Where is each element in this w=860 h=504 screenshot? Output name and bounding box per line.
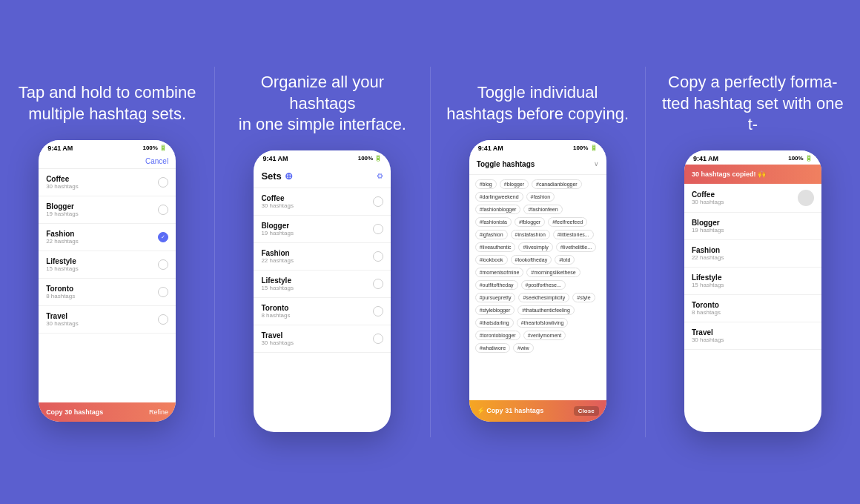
hashtag-tag[interactable]: #feelfreefeed xyxy=(548,217,587,227)
list-item[interactable]: Blogger19 hashtags xyxy=(254,216,391,243)
list-item[interactable]: Fashion22 hashtags ✓ xyxy=(39,224,176,251)
list-item[interactable]: Toronto8 hashtags xyxy=(684,295,821,322)
panel-toggle: Toggle individualhashtags before copying… xyxy=(431,0,645,504)
phone-mockup-1: 9:41 AM 100% 🔋 Cancel Coffee30 hashtags … xyxy=(39,140,176,422)
list-item[interactable]: Coffee30 hashtags xyxy=(684,184,821,213)
phone-mockup-2: 9:41 AM 100% 🔋 Sets ⊕ ⚙ Coffee30 hashtag… xyxy=(254,150,391,432)
list-item[interactable]: Travel30 hashtags xyxy=(684,322,821,350)
list-item[interactable]: Blogger19 hashtags xyxy=(39,196,176,224)
item-select-circle[interactable] xyxy=(158,314,168,325)
status-bar-4: 9:41 AM 100% 🔋 xyxy=(684,150,821,165)
hashtag-tag[interactable]: #wiw xyxy=(513,343,534,353)
panel-3-description: Toggle individualhashtags before copying… xyxy=(446,82,629,125)
panel-organize: Organize all your hashtagsin one simple … xyxy=(215,0,429,504)
panel-combine: Tap and hold to combinemultiple hashtag … xyxy=(0,0,214,504)
chevron-down-icon[interactable]: ∨ xyxy=(594,160,599,168)
toggle-header: Toggle hashtags ∨ xyxy=(469,154,606,175)
item-select-circle[interactable] xyxy=(158,259,168,270)
copy-label[interactable]: Copy 30 hashtags xyxy=(46,408,103,416)
hashtag-tag[interactable]: #morningslikethese xyxy=(526,268,580,277)
phone-mockup-3: 9:41 AM 100% 🔋 Toggle hashtags ∨ #blog #… xyxy=(469,140,606,422)
item-circle xyxy=(373,334,383,344)
hashtag-tag[interactable]: #blogger xyxy=(500,179,529,189)
hashtag-tag[interactable]: #outfitoftheday xyxy=(475,280,518,290)
hashtag-tag[interactable]: #instafashion xyxy=(511,230,550,239)
list-item[interactable]: Travel30 hashtags xyxy=(39,306,176,334)
list-item[interactable]: Lifestyle15 hashtags xyxy=(684,268,821,295)
list-item[interactable]: Coffee30 hashtags xyxy=(39,169,176,196)
list-item[interactable]: Fashion22 hashtags xyxy=(684,240,821,268)
item-select-circle[interactable] xyxy=(158,177,168,188)
refine-button[interactable]: Refine xyxy=(149,408,168,416)
hashtag-tag[interactable]: #pursuepretty xyxy=(475,293,516,302)
hashtag-tag[interactable]: #darlingweekend xyxy=(475,192,523,202)
hashtag-tag[interactable]: #momentsofmine xyxy=(475,268,524,277)
hashtag-grid: #blog #blogger #canadianblogger #darling… xyxy=(469,175,606,400)
hashtag-tag[interactable]: #lookbook xyxy=(475,255,508,265)
hashtag-tag[interactable]: #fblogger xyxy=(515,217,545,227)
status-icons-1: 100% 🔋 xyxy=(142,145,167,151)
hashtag-tag[interactable]: #livethelittle... xyxy=(556,242,596,252)
panel-4-description: Copy a perfectly forma-tted hashtag set … xyxy=(658,72,848,136)
item-circle xyxy=(373,251,383,262)
hashtag-tag[interactable]: #style xyxy=(572,293,595,302)
status-time-3: 9:41 AM xyxy=(478,145,503,152)
hashtag-tag[interactable]: #fashion xyxy=(526,192,555,202)
item-select-circle-selected[interactable]: ✓ xyxy=(158,232,168,242)
hashtag-tag[interactable]: #seekthesimplicity xyxy=(518,293,569,302)
hashtag-tag[interactable]: #theartofslowliving xyxy=(517,318,569,328)
hashtag-tag[interactable]: #fashionista xyxy=(475,217,512,227)
hashtag-tag[interactable]: #igfashion xyxy=(475,230,508,239)
hashtag-tag[interactable]: #verilymoment xyxy=(523,331,566,340)
status-bar-2: 9:41 AM 100% 🔋 xyxy=(254,150,391,165)
hashtag-tag[interactable]: #whatiwore xyxy=(475,343,510,353)
hashtag-tag[interactable]: #postforthese... xyxy=(521,280,566,290)
status-time-4: 9:41 AM xyxy=(693,155,718,162)
hashtag-tag[interactable]: #littlestories... xyxy=(553,230,594,239)
item-select-circle[interactable] xyxy=(158,205,168,215)
item-circle xyxy=(373,196,383,207)
hashtag-tag[interactable]: #thatsdarling xyxy=(475,318,514,328)
hashtag-tag[interactable]: #liveauthentic xyxy=(475,242,516,252)
hashtag-tag[interactable]: #blog xyxy=(475,179,497,189)
hashtag-tag[interactable]: #lookoftheday xyxy=(511,255,552,265)
status-icons-3: 100% 🔋 xyxy=(573,145,598,151)
settings-icon[interactable]: ⚙ xyxy=(377,172,383,180)
close-button[interactable]: Close xyxy=(574,406,599,416)
add-set-button[interactable]: ⊕ xyxy=(285,170,293,182)
phone-mockup-4: 9:41 AM 100% 🔋 30 hashtags copied! 🙌 Cof… xyxy=(684,150,821,432)
list-item[interactable]: Toronto8 hashtags xyxy=(39,279,176,306)
hashtag-tag[interactable]: #styleblogger xyxy=(475,305,515,315)
avatar xyxy=(798,190,814,206)
sets-header: Sets ⊕ ⚙ xyxy=(254,165,391,188)
hashtag-tag[interactable]: #torontoblogger xyxy=(475,331,520,340)
item-select-circle[interactable] xyxy=(158,287,168,297)
list-item[interactable]: Coffee30 hashtags xyxy=(254,188,391,216)
phone-content-1: Cancel Coffee30 hashtags Blogger19 hasht… xyxy=(39,154,176,402)
hashtag-tag[interactable]: #livesimply xyxy=(518,242,552,252)
item-circle xyxy=(373,279,383,289)
hashtag-tag[interactable]: #fashionblogger xyxy=(475,205,521,214)
status-time-2: 9:41 AM xyxy=(262,155,288,162)
status-icons-2: 100% 🔋 xyxy=(358,155,383,162)
hashtag-tag[interactable]: #canadianblogger xyxy=(532,179,582,189)
list-item[interactable]: Lifestyle15 hashtags xyxy=(39,251,176,279)
phone-content-4: 30 hashtags copied! 🙌 Coffee30 hashtags … xyxy=(684,165,821,432)
sets-title: Sets ⊕ xyxy=(261,170,292,182)
list-item[interactable]: Fashion22 hashtags xyxy=(254,243,391,271)
hashtag-tag[interactable]: #lotd xyxy=(555,255,575,265)
toggle-title: Toggle hashtags xyxy=(477,160,535,168)
list-item[interactable]: Blogger19 hashtags xyxy=(684,213,821,240)
item-circle xyxy=(373,224,383,234)
hashtag-tag[interactable]: #thatauthenticfeeling xyxy=(517,305,575,315)
list-item[interactable]: Lifestyle15 hashtags xyxy=(254,271,391,298)
list-item[interactable]: Travel30 hashtags xyxy=(254,325,391,353)
copy-button[interactable]: ⚡ Copy 31 hashtags xyxy=(477,407,544,414)
list-item[interactable]: Toronto8 hashtags xyxy=(254,298,391,325)
cancel-button[interactable]: Cancel xyxy=(145,157,168,165)
phone-content-3: Toggle hashtags ∨ #blog #blogger #canadi… xyxy=(469,154,606,400)
panel-1-description: Tap and hold to combinemultiple hashtag … xyxy=(19,82,196,125)
copied-text: 30 hashtags copied! 🙌 xyxy=(692,170,766,178)
bottom-bar-1: Copy 30 hashtags Refine xyxy=(39,402,176,422)
hashtag-tag[interactable]: #fashionfeen xyxy=(523,205,562,214)
